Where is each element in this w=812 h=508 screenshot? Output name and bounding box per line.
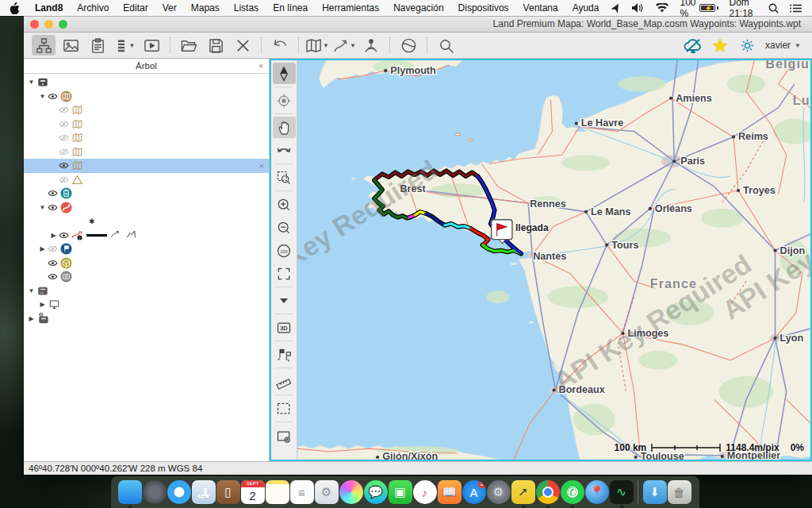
visibility-off-icon[interactable] — [58, 148, 70, 156]
gear-button[interactable] — [735, 35, 759, 56]
tree-panel-close-icon[interactable]: × — [253, 61, 269, 71]
menu-item-navegación[interactable]: Navegación — [386, 2, 450, 13]
search-button[interactable] — [434, 35, 458, 56]
tree-item-archivos-on-line[interactable]: ▶ — [24, 312, 269, 326]
map-tool-more[interactable] — [273, 290, 296, 311]
visibility-off-icon[interactable] — [58, 176, 70, 183]
save-button[interactable] — [204, 35, 228, 56]
map-tool-select-rect[interactable] — [273, 398, 296, 419]
dock-messages-icon[interactable]: 💬 — [363, 476, 388, 508]
menu-clock[interactable]: Dom 21:18 — [724, 0, 764, 19]
dock-trash-icon[interactable]: 🗑 — [667, 476, 691, 508]
visibility-on-icon[interactable] — [58, 232, 70, 239]
menu-item-en-línea[interactable]: En línea — [266, 2, 315, 13]
map-viewport[interactable]: FranceBelgiumLuxePlymouthAmiensLe HavreR… — [297, 60, 810, 460]
waypoint-signal-button[interactable] — [359, 35, 383, 56]
expand-down-icon[interactable]: ▼ — [27, 287, 36, 294]
map-tool-zoom-100[interactable]: 100 — [273, 240, 296, 261]
dock-whatsapp-icon[interactable]: ✆ — [560, 476, 584, 508]
visibility-off-icon[interactable] — [47, 245, 59, 252]
map-tool-measure[interactable] — [273, 371, 296, 392]
map-tool-zoom-out[interactable] — [273, 217, 296, 238]
map-tool-zoom-select[interactable] — [273, 167, 296, 188]
dock-ibooks-icon[interactable]: 📖 — [437, 476, 462, 508]
spotlight-icon[interactable] — [763, 3, 784, 13]
list-button[interactable]: ▼ — [113, 35, 136, 56]
tree-item-rutas[interactable]: ▼ — [24, 201, 269, 215]
dock-calendar-icon[interactable]: SEPT2 — [240, 476, 265, 508]
expand-down-icon[interactable]: ▼ — [38, 93, 47, 100]
earth-button[interactable] — [396, 35, 420, 56]
route-button[interactable]: ▼ — [332, 35, 356, 56]
map-tool-3d[interactable]: 3D — [273, 317, 296, 338]
menu-app-name[interactable]: Land8 — [28, 2, 70, 13]
dock-chrome-icon[interactable] — [535, 476, 560, 508]
map-tool-pan[interactable] — [273, 117, 296, 138]
tree-item-archivos-abiertos[interactable]: ▼ — [24, 75, 269, 90]
tree-item-conjuntos[interactable] — [24, 256, 269, 271]
folder-button[interactable] — [177, 35, 201, 56]
dock-google-earth-icon[interactable]: 📍 — [584, 476, 609, 508]
map-tool-zoom-in[interactable] — [273, 194, 296, 215]
expand-right-icon[interactable]: ▶ — [38, 301, 47, 308]
visibility-on-icon[interactable] — [47, 190, 59, 197]
location-icon[interactable] — [606, 3, 626, 13]
tree-item-completo-nantes-nantes-gpx[interactable]: ✱ — [24, 214, 269, 229]
dock-preview-icon[interactable]: 🏞 — [191, 476, 216, 508]
visibility-on-icon[interactable] — [58, 162, 70, 169]
menu-item-archivo[interactable]: Archivo — [70, 2, 116, 13]
dock-photos-icon[interactable] — [339, 476, 363, 508]
star-button[interactable] — [708, 35, 732, 56]
dock-facetime-icon[interactable]: ▣ — [388, 476, 412, 508]
expand-down-icon[interactable]: ▼ — [38, 204, 47, 211]
flag-box[interactable] — [492, 220, 512, 240]
dock-downloads-icon[interactable]: ⬇ — [642, 476, 667, 508]
cloud-off-button[interactable] — [681, 35, 705, 56]
tree-item-mi-ordenador[interactable]: ▶ — [24, 298, 269, 312]
dock-contacts-icon[interactable]: ▯ — [216, 476, 240, 508]
menu-item-ventana[interactable]: Ventana — [516, 2, 565, 13]
visibility-on-icon[interactable] — [47, 93, 59, 100]
apple-menu-icon[interactable] — [10, 2, 20, 14]
tree-item-openstreetmap-mapnik-cosm[interactable] — [24, 145, 269, 160]
tree-item-mapas[interactable]: ▼ — [24, 90, 269, 104]
menu-item-mapas[interactable]: Mapas — [184, 2, 227, 13]
play-button[interactable] — [140, 35, 163, 56]
tree-item-mis-actividades[interactable] — [24, 187, 269, 201]
map-tool-locate[interactable] — [273, 90, 296, 111]
dock-activity-monitor-icon[interactable]: ∿ — [609, 476, 634, 508]
dock-itunes-icon[interactable]: ♪ — [412, 476, 437, 508]
map-tool-compass[interactable] — [273, 63, 296, 84]
menu-item-editar[interactable]: Editar — [116, 2, 155, 13]
menu-item-listas[interactable]: Listas — [227, 2, 266, 13]
expand-right-icon[interactable]: ▶ — [27, 315, 36, 322]
dock-appstore-icon[interactable]: A2 — [462, 476, 486, 508]
menu-item-ver[interactable]: Ver — [155, 2, 184, 13]
visibility-off-icon[interactable] — [58, 106, 70, 114]
route-color-swatch[interactable] — [86, 234, 107, 237]
user-menu[interactable]: xavier▼ — [760, 40, 806, 51]
expand-right-icon[interactable]: ▶ — [49, 232, 58, 239]
tree-item-waypoints[interactable]: ▶ — [24, 242, 269, 256]
visibility-off-icon[interactable] — [58, 134, 70, 141]
undo-button[interactable] — [268, 35, 292, 56]
dock-app-gear-icon[interactable]: ⚙ — [314, 476, 339, 508]
tree-button[interactable] — [32, 35, 56, 56]
visibility-on-icon[interactable] — [47, 260, 59, 267]
dock-notes-icon[interactable] — [265, 476, 289, 508]
menu-item-ayuda[interactable]: Ayuda — [565, 2, 607, 13]
visibility-on-icon[interactable] — [47, 273, 59, 280]
menu-item-dispositivos[interactable]: Dispositivos — [451, 2, 516, 13]
tree-item-openstreetmap-topo-cosm[interactable] — [24, 131, 269, 145]
dock-land-icon[interactable]: ↗ — [511, 476, 535, 508]
map-button[interactable]: ▼ — [305, 35, 329, 56]
dock-safari-icon[interactable] — [167, 476, 191, 508]
tree-item-world-base-map-cosm[interactable] — [24, 103, 269, 117]
tree-item-world-base-relief-cwdem[interactable] — [24, 173, 269, 187]
tree-item-openstreetmap-hikebike-cosm[interactable] — [24, 117, 269, 132]
dock-finder-icon[interactable] — [117, 476, 142, 508]
tree-item-openstreetmap-cyclemap-cosm[interactable]: × — [24, 159, 269, 173]
dock-sysprefs-icon[interactable]: ⚙ — [486, 476, 511, 508]
menu-item-herramientas[interactable]: Herramientas — [315, 2, 386, 13]
map-tool-flags[interactable] — [273, 344, 296, 365]
